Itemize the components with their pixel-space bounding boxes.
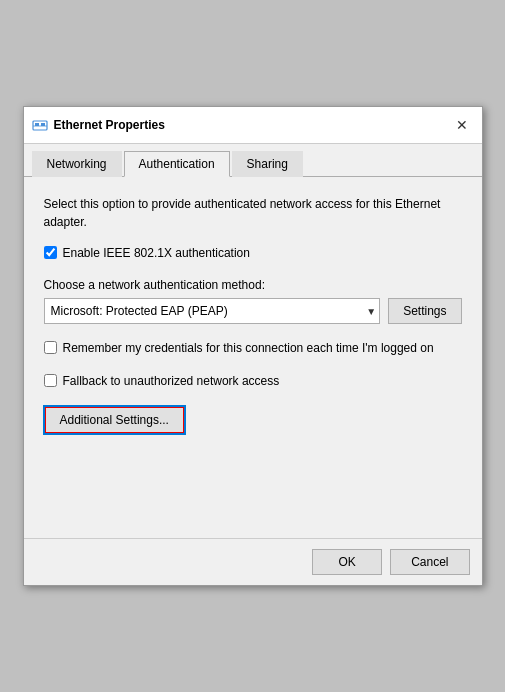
- tab-authentication[interactable]: Authentication: [124, 151, 230, 177]
- remember-credentials-label[interactable]: Remember my credentials for this connect…: [63, 340, 434, 357]
- fallback-checkbox[interactable]: [44, 374, 57, 387]
- close-button[interactable]: ✕: [450, 113, 474, 137]
- remember-credentials-row: Remember my credentials for this connect…: [44, 340, 462, 357]
- method-dropdown[interactable]: Microsoft: Protected EAP (PEAP): [44, 298, 381, 324]
- tab-networking[interactable]: Networking: [32, 151, 122, 177]
- choose-method-label: Choose a network authentication method:: [44, 278, 462, 292]
- ok-button[interactable]: OK: [312, 549, 382, 575]
- ethernet-properties-window: Ethernet Properties ✕ Networking Authent…: [23, 106, 483, 585]
- fallback-label[interactable]: Fallback to unauthorized network access: [63, 373, 280, 390]
- svg-rect-2: [41, 123, 45, 126]
- tab-sharing[interactable]: Sharing: [232, 151, 303, 177]
- window-title: Ethernet Properties: [54, 118, 450, 132]
- title-bar: Ethernet Properties ✕: [24, 107, 482, 144]
- tab-content: Select this option to provide authentica…: [24, 177, 482, 457]
- dialog-footer: OK Cancel: [24, 538, 482, 585]
- description-text: Select this option to provide authentica…: [44, 195, 462, 231]
- tab-bar: Networking Authentication Sharing: [24, 144, 482, 177]
- enable-ieee-row: Enable IEEE 802.1X authentication: [44, 245, 462, 262]
- additional-settings-button[interactable]: Additional Settings...: [44, 406, 185, 434]
- settings-button[interactable]: Settings: [388, 298, 461, 324]
- authentication-method-row: Microsoft: Protected EAP (PEAP) ▼ Settin…: [44, 298, 462, 324]
- window-icon: [32, 117, 48, 133]
- cancel-button[interactable]: Cancel: [390, 549, 469, 575]
- additional-settings-wrapper: Additional Settings...: [44, 406, 462, 434]
- remember-credentials-checkbox[interactable]: [44, 341, 57, 354]
- svg-rect-1: [35, 123, 39, 126]
- fallback-row: Fallback to unauthorized network access: [44, 373, 462, 390]
- enable-ieee-label[interactable]: Enable IEEE 802.1X authentication: [63, 245, 250, 262]
- method-dropdown-container: Microsoft: Protected EAP (PEAP) ▼: [44, 298, 381, 324]
- enable-ieee-checkbox[interactable]: [44, 246, 57, 259]
